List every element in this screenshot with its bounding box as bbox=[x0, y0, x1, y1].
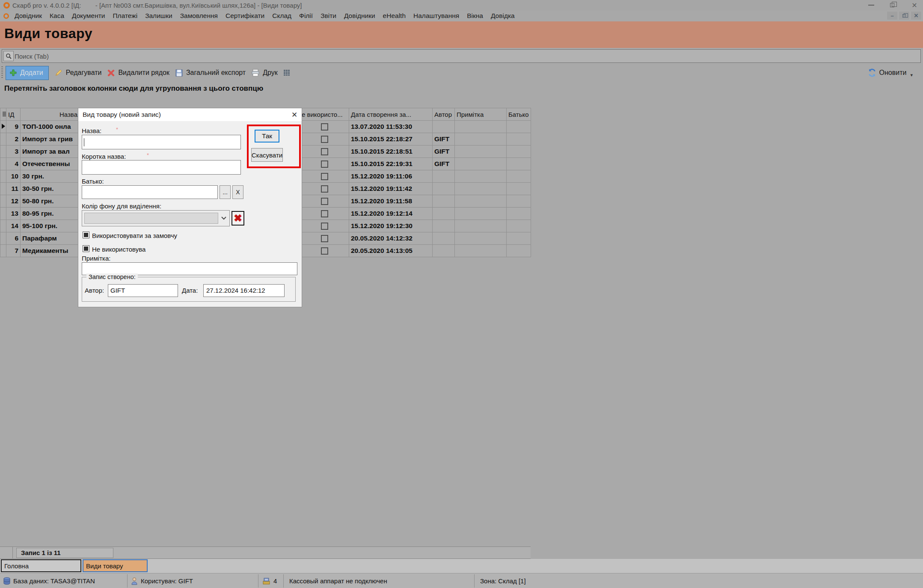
cell-author[interactable] bbox=[433, 170, 455, 183]
not-used-row-checkbox[interactable] bbox=[321, 198, 328, 205]
cell-author[interactable] bbox=[433, 232, 455, 245]
cell-rowmark[interactable] bbox=[0, 133, 6, 146]
menu-item-2[interactable]: Каса bbox=[46, 12, 68, 19]
cell-note[interactable] bbox=[455, 146, 507, 158]
cell-name[interactable]: 30 грн. bbox=[21, 170, 80, 183]
cell-author[interactable]: GIFT bbox=[433, 146, 455, 158]
cell-not_used[interactable] bbox=[300, 183, 349, 195]
cell-not_used[interactable] bbox=[300, 121, 349, 133]
window-restore-button[interactable] bbox=[887, 0, 897, 10]
column-header-created[interactable]: Дата створення за... bbox=[349, 108, 433, 121]
cell-note[interactable] bbox=[455, 232, 507, 245]
not-used-row-checkbox[interactable] bbox=[321, 173, 328, 180]
menu-item-6[interactable]: Замовлення bbox=[176, 12, 222, 19]
cancel-button[interactable]: Скасувати bbox=[251, 148, 283, 162]
column-header-not_used[interactable]: е використо... bbox=[300, 108, 349, 121]
cell-author[interactable]: GIFT bbox=[433, 133, 455, 146]
cell-parent[interactable] bbox=[507, 220, 531, 232]
menu-item-7[interactable]: Сертифікати bbox=[222, 12, 268, 19]
cell-name[interactable]: 50-80 грн. bbox=[21, 195, 80, 208]
cell-author[interactable]: GIFT bbox=[433, 158, 455, 170]
chevron-down-icon[interactable]: ▾ bbox=[910, 72, 913, 78]
not-used-checkbox[interactable] bbox=[83, 245, 89, 252]
cell-id[interactable]: 12 bbox=[6, 195, 21, 208]
cell-not_used[interactable] bbox=[300, 220, 349, 232]
menu-item-12[interactable]: eHealth bbox=[379, 12, 410, 19]
cell-not_used[interactable] bbox=[300, 133, 349, 146]
tab-home[interactable]: Головна bbox=[1, 559, 81, 572]
not-used-row-checkbox[interactable] bbox=[321, 235, 328, 242]
window-close-button[interactable]: ✕ bbox=[910, 0, 919, 10]
cell-created[interactable]: 15.12.2020 19:12:14 bbox=[349, 208, 433, 220]
cell-created[interactable]: 15.12.2020 19:11:58 bbox=[349, 195, 433, 208]
not-used-row-checkbox[interactable] bbox=[321, 185, 328, 193]
combo-chevron-icon[interactable] bbox=[218, 217, 229, 220]
cell-note[interactable] bbox=[455, 195, 507, 208]
cell-note[interactable] bbox=[455, 133, 507, 146]
menu-item-13[interactable]: Налаштування bbox=[410, 12, 463, 19]
cell-author[interactable] bbox=[433, 195, 455, 208]
menu-item-1[interactable]: Довідник bbox=[11, 12, 46, 19]
cell-not_used[interactable] bbox=[300, 208, 349, 220]
menu-item-15[interactable]: Довідка bbox=[487, 12, 519, 19]
cell-created[interactable]: 15.10.2015 22:18:51 bbox=[349, 146, 433, 158]
cell-rowmark[interactable] bbox=[0, 158, 6, 170]
cell-rowmark[interactable] bbox=[0, 220, 6, 232]
not-used-row-checkbox[interactable] bbox=[321, 148, 328, 155]
cell-author[interactable] bbox=[433, 183, 455, 195]
cell-name[interactable]: Парафарм bbox=[21, 232, 80, 245]
cell-id[interactable]: 14 bbox=[6, 220, 21, 232]
cell-parent[interactable] bbox=[507, 133, 531, 146]
window-minimize-button[interactable] bbox=[867, 0, 876, 10]
cell-created[interactable]: 15.10.2015 22:18:27 bbox=[349, 133, 433, 146]
cell-not_used[interactable] bbox=[300, 245, 349, 257]
cell-note[interactable] bbox=[455, 208, 507, 220]
cell-id[interactable]: 6 bbox=[6, 232, 21, 245]
cell-name[interactable]: Медикаменты bbox=[21, 245, 80, 257]
cell-id[interactable]: 2 bbox=[6, 133, 21, 146]
cell-parent[interactable] bbox=[507, 183, 531, 195]
cell-author[interactable] bbox=[433, 208, 455, 220]
cell-note[interactable] bbox=[455, 170, 507, 183]
refresh-button[interactable]: Оновити ▾ bbox=[868, 68, 914, 78]
cell-id[interactable]: 10 bbox=[6, 170, 21, 183]
cell-parent[interactable] bbox=[507, 146, 531, 158]
cell-name[interactable]: 80-95 грн. bbox=[21, 208, 80, 220]
cell-rowmark[interactable] bbox=[0, 208, 6, 220]
cell-parent[interactable] bbox=[507, 170, 531, 183]
not-used-row-checkbox[interactable] bbox=[321, 247, 328, 255]
cell-not_used[interactable] bbox=[300, 158, 349, 170]
tab-product-types[interactable]: Види товару bbox=[83, 559, 148, 572]
parent-browse-button[interactable]: ... bbox=[220, 185, 231, 199]
cell-author[interactable] bbox=[433, 121, 455, 133]
cell-not_used[interactable] bbox=[300, 195, 349, 208]
column-header-note[interactable]: Примітка bbox=[455, 108, 507, 121]
column-header-id[interactable]: ІД bbox=[6, 108, 21, 121]
menu-item-11[interactable]: Довідники bbox=[340, 12, 379, 19]
mdi-restore-button[interactable] bbox=[899, 12, 909, 20]
cell-created[interactable]: 15.12.2020 19:11:42 bbox=[349, 183, 433, 195]
cell-not_used[interactable] bbox=[300, 146, 349, 158]
dialog-close-button[interactable]: ✕ bbox=[287, 110, 302, 119]
cell-rowmark[interactable] bbox=[0, 183, 6, 195]
cell-rowmark[interactable] bbox=[0, 146, 6, 158]
mdi-close-button[interactable]: ✕ bbox=[911, 12, 921, 20]
cell-created[interactable]: 15.12.2020 19:12:30 bbox=[349, 220, 433, 232]
cell-rowmark[interactable] bbox=[0, 232, 6, 245]
cell-name[interactable]: ТОП-1000 онла bbox=[21, 121, 80, 133]
cell-name[interactable]: Импорт за вал bbox=[21, 146, 80, 158]
cell-id[interactable]: 9 bbox=[6, 121, 21, 133]
cell-parent[interactable] bbox=[507, 121, 531, 133]
cell-rowmark[interactable] bbox=[0, 170, 6, 183]
cell-name[interactable]: 95-100 грн. bbox=[21, 220, 80, 232]
color-clear-button[interactable]: ✖ bbox=[231, 211, 244, 226]
menu-item-4[interactable]: Платежі bbox=[109, 12, 141, 19]
mdi-minimize-button[interactable]: – bbox=[887, 12, 897, 20]
parent-input[interactable] bbox=[82, 185, 218, 199]
menu-item-8[interactable]: Склад bbox=[268, 12, 295, 19]
cell-rowmark[interactable] bbox=[0, 195, 6, 208]
cell-parent[interactable] bbox=[507, 245, 531, 257]
parent-clear-button[interactable]: X bbox=[232, 185, 243, 199]
cell-name[interactable]: Импорт за грив bbox=[21, 133, 80, 146]
cell-parent[interactable] bbox=[507, 195, 531, 208]
